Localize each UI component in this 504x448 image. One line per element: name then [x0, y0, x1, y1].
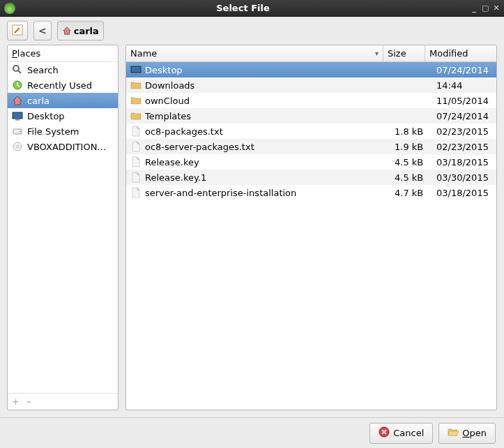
file-header: Name▾ Size Modified	[126, 45, 496, 62]
file-row[interactable]: server-and-enterprise-installation4.7 kB…	[126, 185, 496, 200]
file-icon	[130, 141, 142, 152]
file-size: 1.9 kB	[390, 140, 432, 154]
file-size: 1.8 kB	[390, 124, 432, 139]
dialog-footer: Cancel Open	[0, 417, 504, 448]
column-size[interactable]: Size	[383, 45, 425, 61]
svg-point-9	[17, 146, 19, 148]
window-title: Select File	[15, 3, 471, 13]
places-header: Places	[8, 45, 118, 62]
svg-line-2	[18, 70, 21, 73]
titlebar: Select File _ ▢ ✕	[0, 0, 504, 17]
open-folder-icon	[448, 426, 459, 440]
places-item-label: Recently Used	[27, 80, 92, 91]
places-item[interactable]: File System	[8, 124, 118, 139]
file-size	[390, 83, 432, 87]
file-icon	[130, 126, 142, 137]
file-name: oc8-packages.txt	[145, 126, 223, 137]
file-modified: 02/23/2015	[432, 140, 496, 154]
file-icon	[130, 187, 142, 198]
file-name: ownCloud	[145, 96, 190, 106]
clock-icon	[12, 80, 23, 91]
svg-point-7	[20, 131, 21, 133]
file-size: 4.5 kB	[390, 170, 432, 185]
file-name: server-and-enterprise-installation	[145, 188, 296, 198]
add-bookmark-button: +	[12, 396, 20, 407]
file-name: Release.key	[145, 157, 199, 167]
open-button[interactable]: Open	[438, 423, 496, 444]
places-panel: Places SearchRecently UsedcarlaDesktopFi…	[7, 45, 119, 410]
file-modified: 07/24/2014	[432, 63, 496, 77]
minimize-button[interactable]: _	[471, 3, 478, 13]
svg-point-1	[13, 66, 19, 71]
file-row[interactable]: oc8-server-packages.txt1.9 kB02/23/2015	[126, 139, 496, 154]
file-row[interactable]: Downloads14:44	[126, 77, 496, 93]
svg-rect-5	[15, 119, 20, 121]
svg-rect-11	[134, 73, 138, 75]
back-button[interactable]: <	[33, 21, 52, 40]
places-item-label: File System	[27, 126, 79, 137]
file-row[interactable]: Release.key4.5 kB03/18/2015	[126, 154, 496, 170]
places-list: SearchRecently UsedcarlaDesktopFile Syst…	[8, 62, 118, 393]
sort-indicator-icon: ▾	[375, 50, 379, 57]
open-label: Open	[462, 428, 487, 438]
chevron-left-icon: <	[38, 25, 47, 36]
file-row[interactable]: Templates07/24/2014	[126, 108, 496, 124]
file-modified: 11/05/2014	[432, 94, 496, 108]
edit-button[interactable]	[7, 21, 28, 40]
places-item-label: Search	[27, 65, 59, 75]
toolbar: < carla	[0, 17, 504, 45]
file-modified: 03/18/2015	[432, 186, 496, 200]
places-item[interactable]: Desktop	[8, 108, 118, 124]
folder-icon	[130, 110, 142, 121]
files-panel: Name▾ Size Modified Desktop07/24/2014Dow…	[125, 45, 497, 410]
column-name[interactable]: Name▾	[126, 45, 383, 61]
file-modified: 07/24/2014	[432, 109, 496, 124]
places-footer: + –	[8, 393, 118, 410]
places-item-label: VBOXADDITION...	[27, 142, 106, 152]
desktop-icon	[12, 110, 23, 121]
file-name: oc8-server-packages.txt	[145, 142, 254, 152]
cancel-button[interactable]: Cancel	[369, 423, 433, 444]
places-item[interactable]: VBOXADDITION...	[8, 139, 118, 154]
file-name: Templates	[145, 111, 191, 121]
disc-icon	[12, 141, 23, 152]
file-list: Desktop07/24/2014Downloads14:44ownCloud1…	[126, 62, 496, 410]
places-item[interactable]: Search	[8, 62, 118, 77]
file-size	[390, 98, 432, 103]
folder-icon	[130, 95, 142, 106]
folder-icon	[130, 80, 142, 91]
file-name: Release.key.1	[145, 172, 206, 183]
file-size: 4.5 kB	[390, 155, 432, 170]
svg-rect-4	[13, 112, 22, 119]
file-row[interactable]: Release.key.14.5 kB03/30/2015	[126, 170, 496, 185]
app-icon	[4, 3, 15, 14]
file-modified: 14:44	[432, 78, 496, 93]
file-modified: 03/18/2015	[432, 155, 496, 170]
file-size	[390, 68, 432, 72]
home-icon	[12, 95, 23, 106]
drive-icon	[12, 126, 23, 137]
file-modified: 02/23/2015	[432, 124, 496, 139]
pencil-icon	[12, 24, 23, 38]
close-button[interactable]: ✕	[493, 3, 500, 13]
search-icon	[12, 64, 23, 75]
places-item-label: Desktop	[27, 111, 65, 121]
column-modified[interactable]: Modified	[425, 45, 496, 61]
file-size: 4.7 kB	[390, 186, 432, 200]
places-item[interactable]: carla	[8, 93, 118, 108]
svg-rect-10	[131, 66, 141, 73]
maximize-button[interactable]: ▢	[482, 3, 489, 13]
file-icon	[130, 156, 142, 167]
file-icon	[130, 172, 142, 183]
file-row[interactable]: oc8-packages.txt1.8 kB02/23/2015	[126, 124, 496, 139]
file-row[interactable]: Desktop07/24/2014	[126, 62, 496, 77]
places-item[interactable]: Recently Used	[8, 77, 118, 93]
file-name: Desktop	[145, 65, 183, 75]
places-item-label: carla	[27, 96, 49, 106]
home-icon	[62, 26, 72, 36]
file-name: Downloads	[145, 80, 194, 91]
file-size	[390, 114, 432, 118]
cancel-label: Cancel	[393, 428, 424, 438]
file-row[interactable]: ownCloud11/05/2014	[126, 93, 496, 108]
breadcrumb-home[interactable]: carla	[57, 21, 104, 40]
